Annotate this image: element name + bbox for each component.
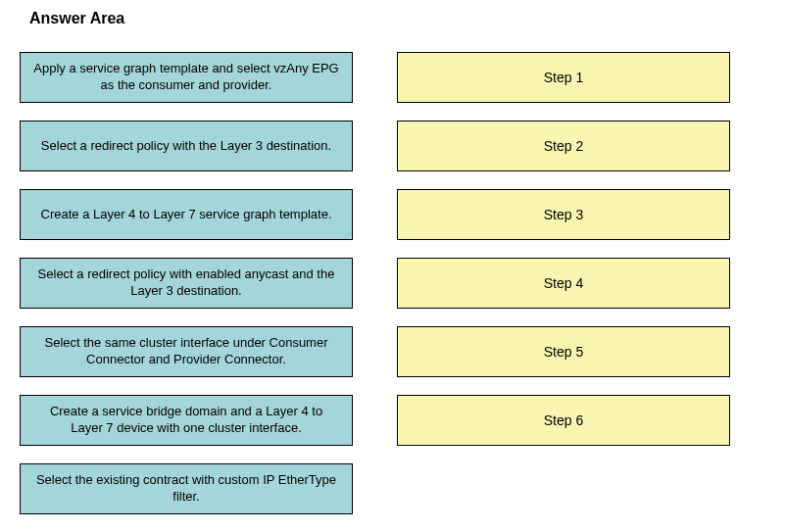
step-slot[interactable]: Step 5 (397, 326, 730, 377)
option-item[interactable]: Create a service bridge domain and a Lay… (20, 395, 353, 446)
step-slot[interactable]: Step 1 (397, 52, 730, 103)
step-slot[interactable]: Step 3 (397, 189, 730, 240)
option-item[interactable]: Select the existing contract with custom… (20, 463, 353, 514)
option-item[interactable]: Apply a service graph template and selec… (20, 52, 353, 103)
step-slot[interactable]: Step 2 (397, 121, 730, 171)
options-column: Apply a service graph template and selec… (20, 52, 353, 514)
option-item[interactable]: Select the same cluster interface under … (20, 326, 353, 377)
option-item[interactable]: Select a redirect policy with enabled an… (20, 258, 353, 309)
steps-column: Step 1 Step 2 Step 3 Step 4 Step 5 Step … (397, 52, 730, 514)
answer-area-title: Answer Area (29, 10, 765, 27)
option-item[interactable]: Create a Layer 4 to Layer 7 service grap… (20, 189, 353, 240)
step-slot[interactable]: Step 4 (397, 258, 730, 309)
step-slot[interactable]: Step 6 (397, 395, 730, 446)
main-container: Apply a service graph template and selec… (20, 52, 765, 514)
option-item[interactable]: Select a redirect policy with the Layer … (20, 121, 353, 171)
